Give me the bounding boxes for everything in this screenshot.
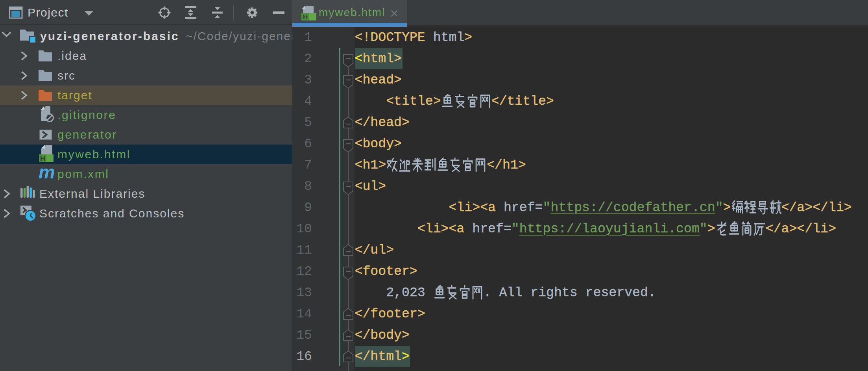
svg-text:H: H — [303, 13, 308, 21]
svg-text:m: m — [39, 164, 55, 181]
svg-text:H: H — [40, 155, 45, 163]
